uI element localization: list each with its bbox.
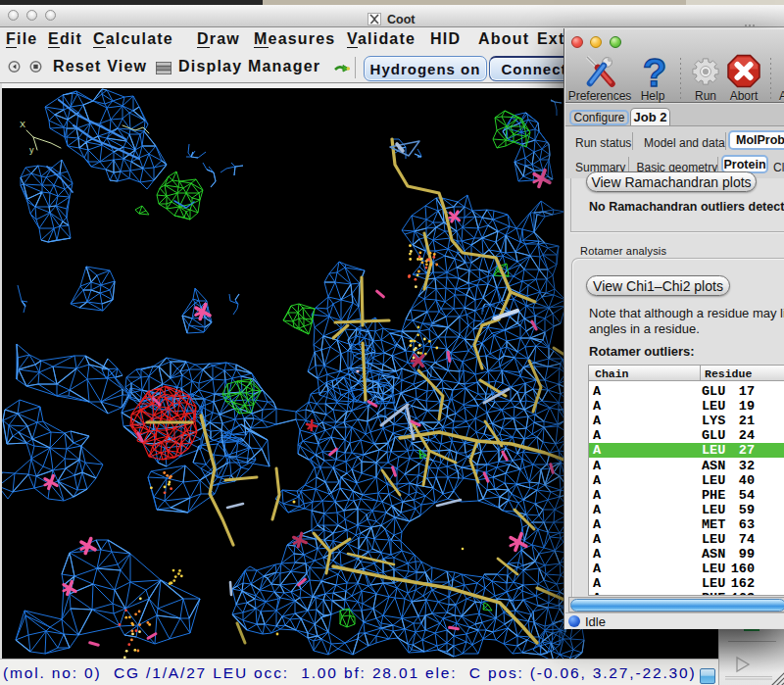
- svg-text:X: X: [20, 120, 25, 129]
- svg-text:?: ?: [643, 53, 666, 92]
- svg-text:y: y: [29, 145, 34, 155]
